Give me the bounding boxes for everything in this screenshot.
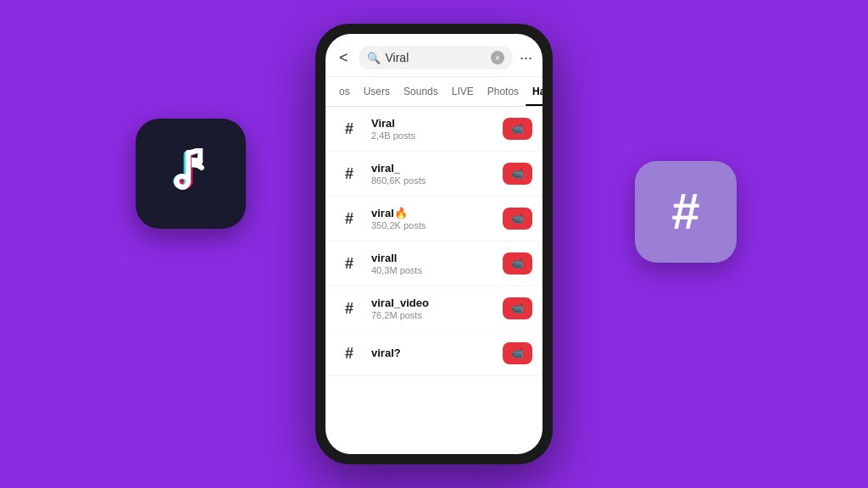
video-button[interactable]: 📹 [503, 163, 532, 185]
back-button[interactable]: < [336, 47, 352, 69]
video-button[interactable]: 📹 [503, 252, 532, 274]
clear-button[interactable]: × [491, 51, 504, 64]
video-camera-icon: 📹 [511, 347, 524, 359]
result-name: viral? [371, 347, 494, 359]
result-posts: 40,3M posts [371, 265, 494, 275]
hashtag-icon: # [336, 115, 363, 142]
video-button[interactable]: 📹 [503, 297, 532, 319]
result-name: Viral [371, 117, 494, 130]
result-name: viral_video [371, 297, 494, 309]
result-posts: 76,2M posts [371, 310, 494, 320]
hashtag-icon: # [336, 205, 363, 232]
video-camera-icon: 📹 [511, 123, 524, 135]
result-info: viral🔥 350,2K posts [371, 207, 494, 230]
search-bar-area: < 🔍 Viral × ··· [326, 34, 542, 77]
hashtag-symbol: # [671, 186, 699, 237]
tab-hashtags[interactable]: Hashtags [526, 77, 542, 106]
tab-top[interactable]: os [332, 77, 357, 106]
result-item[interactable]: # viral? 📹 [326, 331, 542, 376]
tab-photos[interactable]: Photos [481, 77, 526, 106]
hashtag-big-icon: # [635, 161, 737, 263]
video-button[interactable]: 📹 [503, 208, 532, 230]
search-icon: 🔍 [367, 52, 381, 64]
search-input-wrap[interactable]: 🔍 Viral × [359, 46, 513, 69]
phone: < 🔍 Viral × ··· os Us [315, 24, 553, 464]
hashtag-icon: # [336, 340, 363, 367]
video-button[interactable]: 📹 [503, 342, 532, 364]
more-button[interactable]: ··· [520, 49, 532, 67]
result-info: Viral 2,4B posts [371, 117, 494, 141]
video-button[interactable]: 📹 [503, 118, 532, 140]
video-camera-icon: 📹 [511, 302, 524, 314]
result-info: viral? [371, 347, 494, 360]
hashtag-icon: # [336, 250, 363, 277]
hashtag-icon: # [336, 295, 363, 322]
tab-sounds[interactable]: Sounds [397, 77, 445, 106]
video-camera-icon: 📹 [511, 258, 524, 269]
results-list: # Viral 2,4B posts 📹 # viral_ 860,6K pos… [326, 107, 542, 454]
result-info: viral_video 76,2M posts [371, 297, 494, 320]
result-item[interactable]: # virall 40,3M posts 📹 [326, 241, 542, 286]
result-posts: 860,6K posts [371, 175, 494, 186]
hashtag-icon: # [336, 160, 363, 187]
tiktok-app-icon [136, 119, 246, 229]
tab-users[interactable]: Users [357, 77, 397, 106]
video-camera-icon: 📹 [511, 168, 524, 180]
result-name: viral🔥 [371, 207, 494, 219]
result-item[interactable]: # viral_video 76,2M posts 📹 [326, 286, 542, 331]
result-posts: 2,4B posts [371, 130, 494, 141]
result-info: viral_ 860,6K posts [371, 162, 494, 186]
result-name: viral_ [371, 162, 494, 175]
result-item[interactable]: # viral_ 860,6K posts 📹 [326, 152, 542, 197]
search-query: Viral [386, 51, 486, 64]
result-item[interactable]: # Viral 2,4B posts 📹 [326, 107, 542, 152]
phone-screen: < 🔍 Viral × ··· os Us [326, 34, 542, 454]
result-item[interactable]: # viral🔥 350,2K posts 📹 [326, 197, 542, 241]
result-info: virall 40,3M posts [371, 252, 494, 275]
result-posts: 350,2K posts [371, 220, 494, 230]
video-camera-icon: 📹 [511, 213, 524, 225]
main-scene: < 🔍 Viral × ··· os Us [0, 0, 868, 488]
result-name: virall [371, 252, 494, 264]
tab-live[interactable]: LIVE [445, 77, 481, 106]
tabs-bar: os Users Sounds LIVE Photos Hashtags [326, 77, 542, 107]
